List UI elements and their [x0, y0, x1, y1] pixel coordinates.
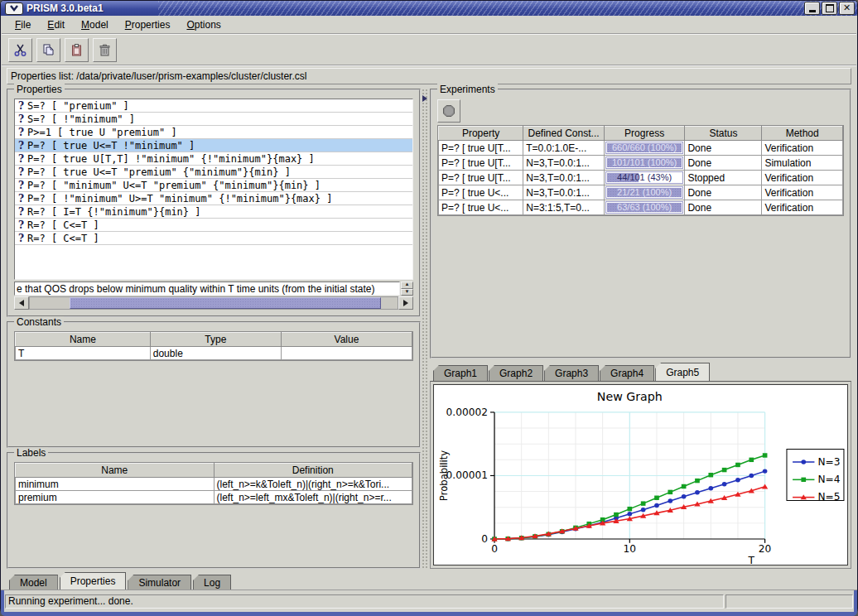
column-header[interactable]: Status — [685, 127, 762, 141]
experiment-status: Stopped — [685, 171, 762, 185]
property-list-item[interactable]: ?P=? [ true U<=T "premium" {"minimum"}{m… — [15, 166, 412, 179]
titlebar[interactable]: PRISM 3.0.beta1 ✕ — [1, 1, 857, 16]
property-question-icon: ? — [15, 180, 27, 191]
paste-button[interactable] — [65, 38, 89, 62]
vertical-splitter[interactable] — [422, 89, 429, 569]
property-list-item[interactable]: ?P=? [ true U<=T !"minimum" ] — [15, 139, 412, 152]
property-list-item[interactable]: ?P>=1 [ true U "premium" ] — [15, 126, 412, 139]
column-header[interactable]: Property — [439, 127, 523, 141]
close-button[interactable]: ✕ — [839, 2, 855, 15]
column-header[interactable]: Value — [281, 333, 412, 347]
experiments-table-wrap: PropertyDefined Const...ProgressStatusMe… — [437, 125, 844, 216]
spinner-up-button[interactable]: ▲ — [401, 282, 413, 289]
svg-text:Probability: Probability — [438, 450, 450, 501]
experiments-table[interactable]: PropertyDefined Const...ProgressStatusMe… — [438, 126, 843, 215]
property-list-item[interactable]: ?R=? [ C<=T ] — [15, 219, 412, 232]
property-comment[interactable]: e that QOS drops below minimum quality w… — [14, 282, 400, 296]
column-header[interactable]: Type — [150, 333, 281, 347]
delete-button[interactable] — [93, 38, 117, 62]
property-list-item[interactable]: ?S=? [ "premium" ] — [15, 99, 412, 113]
scroll-left-button[interactable] — [14, 296, 29, 310]
table-row[interactable]: premium(left_n>=left_mx&Toleft_n)|(right… — [16, 491, 412, 504]
tab-model[interactable]: Model — [9, 575, 58, 590]
column-header[interactable]: Progress — [604, 127, 685, 141]
properties-group-title: Properties — [14, 84, 65, 95]
constants-table[interactable]: NameTypeValueTdouble — [15, 332, 412, 360]
property-list-item[interactable]: ?R=? [ C<=T ] — [15, 232, 412, 245]
tab-graph3[interactable]: Graph3 — [544, 365, 599, 381]
graph-area: Graph1Graph2Graph3Graph4Graph5 00.000010… — [430, 363, 851, 569]
column-header[interactable]: Defined Const... — [523, 127, 605, 141]
property-list-item[interactable]: ?P=? [ "minimum" U<=T "premium" {"minimu… — [15, 179, 412, 192]
path-text: Properties list: /data/private/luser/pri… — [11, 70, 306, 82]
experiment-property: P=? [ true U[T... — [439, 171, 523, 185]
properties-horizontal-scrollbar — [14, 296, 413, 310]
tab-properties[interactable]: Properties — [60, 572, 127, 590]
tab-graph4[interactable]: Graph4 — [600, 365, 654, 381]
experiment-property: P=? [ true U<... — [439, 200, 523, 215]
scroll-right-button[interactable] — [398, 296, 413, 310]
column-header[interactable]: Name — [16, 464, 214, 478]
window-menu-icon[interactable] — [5, 2, 23, 15]
scrollbar-thumb[interactable] — [70, 297, 381, 309]
copy-icon — [41, 43, 55, 57]
left-column: Properties ?S=? [ "premium" ]?S=? [ !"mi… — [7, 89, 421, 569]
labels-table[interactable]: NameDefinitionminimum(left_n>=k&Toleft_n… — [15, 463, 412, 504]
menu-file[interactable]: File — [7, 17, 38, 32]
property-question-icon: ? — [15, 127, 27, 138]
property-list-item[interactable]: ?R=? [ I=T {!"minimum"}{min} ] — [15, 205, 412, 219]
property-text: R=? [ C<=T ] — [27, 233, 99, 244]
tab-graph2[interactable]: Graph2 — [489, 365, 543, 381]
line-chart: 00.000010.0000201020New GraphTProbabilit… — [434, 385, 847, 565]
chart-panel[interactable]: 00.000010.0000201020New GraphTProbabilit… — [433, 384, 848, 565]
tab-graph1[interactable]: Graph1 — [433, 365, 488, 381]
copy-button[interactable] — [36, 38, 60, 62]
cut-button[interactable] — [8, 38, 32, 62]
experiments-toolbar — [437, 99, 844, 123]
property-list-item[interactable]: ?P=? [ true U[T,T] !"minimum" {!"minimum… — [15, 152, 412, 166]
maximize-button[interactable] — [822, 2, 837, 15]
graph-tabs: Graph1Graph2Graph3Graph4Graph5 — [430, 363, 851, 381]
column-header[interactable]: Method — [762, 127, 843, 141]
properties-list[interactable]: ?S=? [ "premium" ]?S=? [ !"minimum" ]?P>… — [14, 99, 413, 280]
properties-group: Properties ?S=? [ "premium" ]?S=? [ !"mi… — [7, 89, 421, 317]
property-list-item[interactable]: ?S=? [ !"minimum" ] — [15, 113, 412, 126]
experiment-row[interactable]: P=? [ true U[T...N=3,T=0.0:1...101/101 (… — [439, 156, 843, 171]
spinner-down-button[interactable]: ▼ — [401, 289, 413, 296]
menu-model[interactable]: Model — [74, 17, 116, 32]
table-row[interactable]: minimum(left_n>=k&Toleft_n)|(right_n>=k&… — [16, 478, 412, 491]
experiment-row[interactable]: P=? [ true U[T...T=0.0:1.0E-...660/660 (… — [439, 141, 843, 156]
column-header[interactable]: Definition — [214, 464, 412, 478]
menubar: FileEditModelPropertiesOptions — [1, 16, 857, 33]
property-text: P=? [ true U<=T !"minimum" ] — [27, 140, 195, 152]
tab-log[interactable]: Log — [193, 575, 231, 590]
arrow-right-icon — [403, 300, 408, 306]
property-text: S=? [ !"minimum" ] — [27, 113, 135, 125]
close-icon: ✕ — [843, 4, 851, 12]
column-header[interactable]: Name — [16, 333, 151, 347]
scrollbar-track[interactable] — [29, 296, 398, 310]
graph-tab-content: 00.000010.0000201020New GraphTProbabilit… — [430, 381, 851, 569]
menu-edit[interactable]: Edit — [40, 17, 72, 32]
experiment-row[interactable]: P=? [ true U<...N=3,T=0.0:1...21/21 (100… — [439, 185, 843, 200]
stop-experiment-button[interactable] — [437, 99, 460, 123]
experiment-row[interactable]: P=? [ true U<...N=3:1:5,T=0...63/63 (100… — [439, 200, 843, 215]
experiment-method: Verification — [762, 171, 843, 185]
experiments-group-title: Experiments — [437, 84, 498, 95]
experiment-row[interactable]: P=? [ true U[T...N=3,T=0.0:1...44/101 (4… — [439, 171, 843, 185]
table-cell — [281, 347, 412, 360]
menu-options[interactable]: Options — [179, 17, 228, 32]
tab-graph5[interactable]: Graph5 — [655, 363, 710, 381]
minimize-button[interactable] — [804, 2, 820, 15]
splitter-collapse-icon[interactable] — [422, 95, 427, 102]
experiment-progress: 63/63 (100%) — [604, 200, 685, 215]
table-row[interactable]: Tdouble — [16, 347, 412, 360]
tab-simulator[interactable]: Simulator — [128, 575, 191, 590]
menu-properties[interactable]: Properties — [118, 17, 178, 32]
svg-text:0.00001: 0.00001 — [446, 470, 488, 482]
svg-text:0.00002: 0.00002 — [446, 407, 488, 418]
property-text: P=? [ "minimum" U<=T "premium" {"minimum… — [27, 180, 321, 191]
comment-spinner: ▲ ▼ — [401, 282, 413, 296]
property-list-item[interactable]: ?P=? [ !"minimum" U>=T "minimum" {!"mini… — [15, 192, 412, 205]
labels-group-title: Labels — [14, 447, 48, 459]
